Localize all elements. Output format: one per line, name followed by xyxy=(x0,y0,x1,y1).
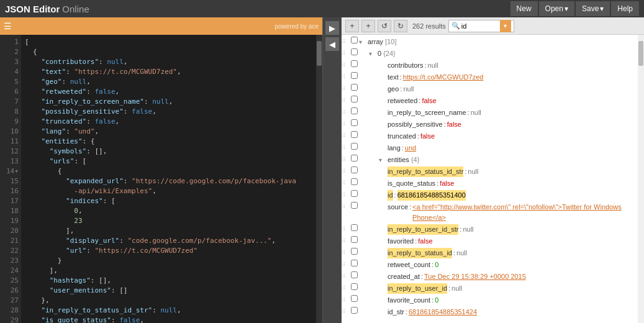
tree-checkbox[interactable] xyxy=(349,271,359,278)
save-button[interactable]: Save ▾ xyxy=(576,1,610,16)
help-button[interactable]: Help xyxy=(611,1,639,16)
tree-checkbox[interactable] xyxy=(349,260,359,266)
drag-handle[interactable]: ⠿ xyxy=(342,96,349,106)
drag-handle[interactable]: ⠿ xyxy=(342,84,349,94)
right-scroll-thumb[interactable] xyxy=(638,41,643,66)
drag-handle[interactable]: ⠿ xyxy=(342,119,349,130)
drag-handle[interactable]: ⠿ xyxy=(342,60,349,71)
left-editor: 12345 678910 11121314▾15 16171819 202122… xyxy=(0,35,322,323)
tree-checkbox[interactable] xyxy=(349,190,359,197)
tree-toggle xyxy=(379,224,388,235)
drag-handle[interactable]: ⠿ xyxy=(342,271,349,282)
search-dropdown-button[interactable]: ▾ xyxy=(500,20,511,32)
tree-checkbox[interactable] xyxy=(349,283,359,290)
drag-handle[interactable]: ⠿ xyxy=(342,236,349,247)
tree-checkbox[interactable] xyxy=(349,37,359,43)
hamburger-icon[interactable]: ☰ xyxy=(4,21,12,31)
tree-checkbox[interactable] xyxy=(349,224,359,231)
tree-value: 0 xyxy=(435,295,438,306)
tree-checkbox[interactable] xyxy=(349,119,359,126)
tree-toggle[interactable]: ▾ xyxy=(359,37,368,47)
tree-checkbox[interactable] xyxy=(349,178,359,185)
left-toolbar: ☰ powered by ace xyxy=(0,17,322,35)
tree-key-highlighted: in_reply_to_user_id xyxy=(388,283,447,294)
right-toolbar: + + ↺ ↻ 262 results 🔍 ▾ xyxy=(342,17,644,35)
tree-toggle xyxy=(379,107,388,118)
tree-row: ⠿ in_reply_to_user_id : null xyxy=(342,283,638,294)
tree-checkbox[interactable] xyxy=(349,72,359,79)
left-scrollbar[interactable] xyxy=(316,35,322,323)
tree-value[interactable]: https://t.co/MCGWUD7zed xyxy=(403,72,484,83)
drag-handle[interactable]: ⠿ xyxy=(342,260,349,270)
drag-handle[interactable]: ⠿ xyxy=(342,131,349,142)
code-editor[interactable]: [ { "contributors": null, "text": "https… xyxy=(21,35,316,323)
tree-checkbox[interactable] xyxy=(349,202,359,209)
tree-checkbox[interactable] xyxy=(349,96,359,102)
drag-handle[interactable]: ⠿ xyxy=(342,143,349,153)
app-subtitle: Online xyxy=(62,4,89,14)
right-panel: + + ↺ ↻ 262 results 🔍 ▾ ⠿ ▾ array [10] xyxy=(342,17,644,323)
new-button[interactable]: New xyxy=(510,1,538,16)
tree-checkbox[interactable] xyxy=(349,307,359,314)
play-button[interactable]: ▶ xyxy=(325,21,339,35)
tree-row: ⠿ is_quote_status : false xyxy=(342,178,638,189)
tree-checkbox[interactable] xyxy=(349,84,359,91)
drag-handle[interactable]: ⠿ xyxy=(342,307,349,317)
drag-handle[interactable]: ⠿ xyxy=(342,295,349,306)
drag-handle[interactable]: ⠿ xyxy=(342,72,349,83)
drag-handle[interactable]: ⠿ xyxy=(342,248,349,258)
tree-key-highlighted: in_reply_to_status_id_str xyxy=(388,166,463,177)
drag-handle[interactable]: ⠿ xyxy=(342,37,349,47)
left-scroll-thumb[interactable] xyxy=(317,41,322,66)
drag-handle[interactable]: ⠿ xyxy=(342,166,349,177)
tree-key: 0 {24} xyxy=(378,48,396,59)
tree-key: retweeted xyxy=(388,96,417,106)
redo-button[interactable]: ↻ xyxy=(394,20,407,32)
drag-handle[interactable]: ⠿ xyxy=(342,224,349,235)
tree-value: 0 xyxy=(435,260,438,270)
tree-toggle xyxy=(379,178,388,189)
tree-checkbox[interactable] xyxy=(349,48,359,55)
tree-value: und xyxy=(405,143,416,153)
open-button[interactable]: Open ▾ xyxy=(539,1,574,16)
drag-handle[interactable]: ⠿ xyxy=(342,155,349,165)
tree-toggle xyxy=(379,60,388,71)
add-node-button[interactable]: + xyxy=(345,20,359,32)
tree-toggle xyxy=(379,72,388,83)
tree-checkbox[interactable] xyxy=(349,131,359,138)
drag-handle[interactable]: ⠿ xyxy=(342,202,349,212)
tree-value: null xyxy=(403,84,414,94)
drag-handle[interactable]: ⠿ xyxy=(342,107,349,118)
tree-toggle[interactable]: ▾ xyxy=(379,155,388,165)
tree-key: contributors xyxy=(388,60,423,71)
tree-key: array [10] xyxy=(368,37,396,47)
tree-checkbox[interactable] xyxy=(349,236,359,243)
tree-key: is_quote_status xyxy=(388,178,435,189)
tree-checkbox[interactable] xyxy=(349,107,359,114)
drag-handle[interactable]: ⠿ xyxy=(342,283,349,294)
back-button[interactable]: ◀ xyxy=(325,37,339,51)
tree-key: source xyxy=(388,202,408,212)
tree-toggle[interactable]: ▾ xyxy=(369,48,378,59)
tree-checkbox[interactable] xyxy=(349,295,359,302)
tree-checkbox[interactable] xyxy=(349,166,359,173)
right-scrollbar[interactable] xyxy=(638,35,644,323)
tree-checkbox[interactable] xyxy=(349,155,359,162)
tree-checkbox[interactable] xyxy=(349,60,359,67)
search-icon: 🔍 xyxy=(451,22,460,30)
undo-button[interactable]: ↺ xyxy=(378,20,391,32)
tree-key: truncated xyxy=(388,131,416,142)
tree-key: in_reply_to_screen_name xyxy=(388,107,466,118)
tree-toggle xyxy=(379,295,388,306)
tree-checkbox[interactable] xyxy=(349,248,359,255)
tree-row: ⠿ text : https://t.co/MCGWUD7zed xyxy=(342,71,638,83)
add-child-button[interactable]: + xyxy=(361,20,375,32)
drag-handle[interactable]: ⠿ xyxy=(342,190,349,201)
drag-handle[interactable]: ⠿ xyxy=(342,48,349,59)
search-input[interactable] xyxy=(461,22,499,30)
tree-checkbox[interactable] xyxy=(349,143,359,150)
tree-key: created_at xyxy=(388,271,420,282)
tree-row: ⠿ ▾ entities {4} xyxy=(342,154,638,166)
tree-key-highlighted: in_reply_to_status_id xyxy=(388,248,452,258)
drag-handle[interactable]: ⠿ xyxy=(342,178,349,189)
